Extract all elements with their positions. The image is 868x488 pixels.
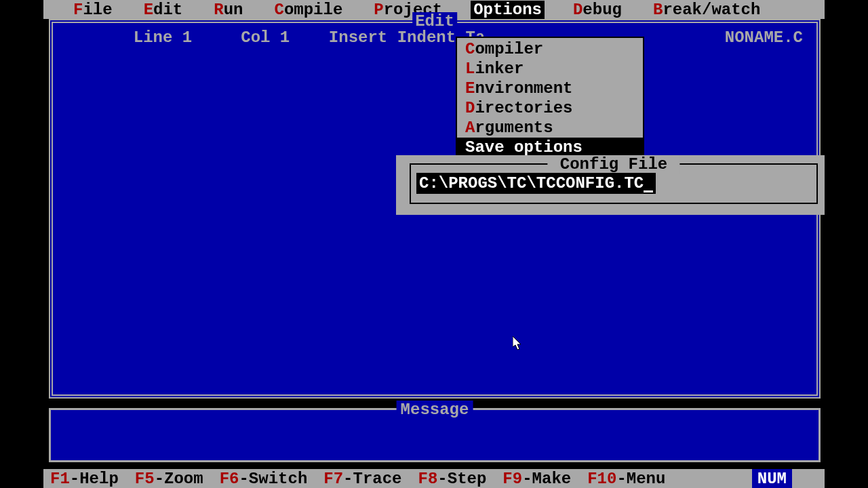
edit-status-line: Line 1 Col 1 Insert Indent Ta [53, 28, 816, 47]
fkey-f5[interactable]: F5-Zoom [135, 470, 203, 488]
menu-file[interactable]: File [71, 1, 115, 19]
menu-run[interactable]: Run [211, 1, 245, 19]
menu-compile[interactable]: Compile [271, 1, 345, 19]
options-item-saveoptions[interactable]: Save options [457, 138, 643, 157]
options-item-linker[interactable]: Linker [457, 59, 643, 79]
edit-window-title: Edit [412, 12, 457, 30]
svg-marker-0 [513, 336, 521, 350]
config-file-input[interactable]: C:\PROGS\TC\TCCONFIG.TC [416, 173, 656, 194]
numlock-indicator: NUM [752, 469, 792, 488]
options-item-arguments[interactable]: Arguments [457, 118, 643, 138]
menu-edit[interactable]: Edit [141, 1, 186, 19]
config-file-dialog: Config File C:\PROGS\TC\TCCONFIG.TC [396, 155, 825, 215]
fkey-f7[interactable]: F7-Trace [323, 470, 401, 488]
bottom-helpbar: F1-HelpF5-ZoomF6-SwitchF7-TraceF8-StepF9… [43, 469, 825, 488]
menu-breakwatch[interactable]: Break/watch [650, 1, 763, 19]
menu-options[interactable]: Options [471, 1, 545, 19]
options-dropdown: CompilerLinkerEnvironmentDirectoriesArgu… [456, 37, 644, 160]
fkey-f6[interactable]: F6-Switch [220, 470, 308, 488]
options-item-compiler[interactable]: Compiler [457, 39, 643, 59]
menu-debug[interactable]: Debug [570, 1, 625, 19]
options-item-directories[interactable]: Directories [457, 98, 643, 118]
fkey-f1[interactable]: F1-Help [50, 470, 119, 488]
fkey-f9[interactable]: F9-Make [502, 470, 571, 488]
message-window[interactable]: Message [49, 408, 821, 462]
fkey-f8[interactable]: F8-Step [418, 470, 487, 488]
edit-filename: NONAME.C [725, 28, 803, 47]
options-item-environment[interactable]: Environment [457, 79, 643, 98]
dialog-title: Config File [547, 155, 679, 174]
text-cursor-icon [644, 180, 653, 192]
dialog-frame: Config File C:\PROGS\TC\TCCONFIG.TC [410, 163, 818, 204]
tc-ide-screen: FileEditRunCompileProjectOptionsDebugBre… [43, 0, 825, 488]
message-window-title: Message [397, 401, 473, 419]
fkey-f10[interactable]: F10-Menu [587, 470, 665, 488]
